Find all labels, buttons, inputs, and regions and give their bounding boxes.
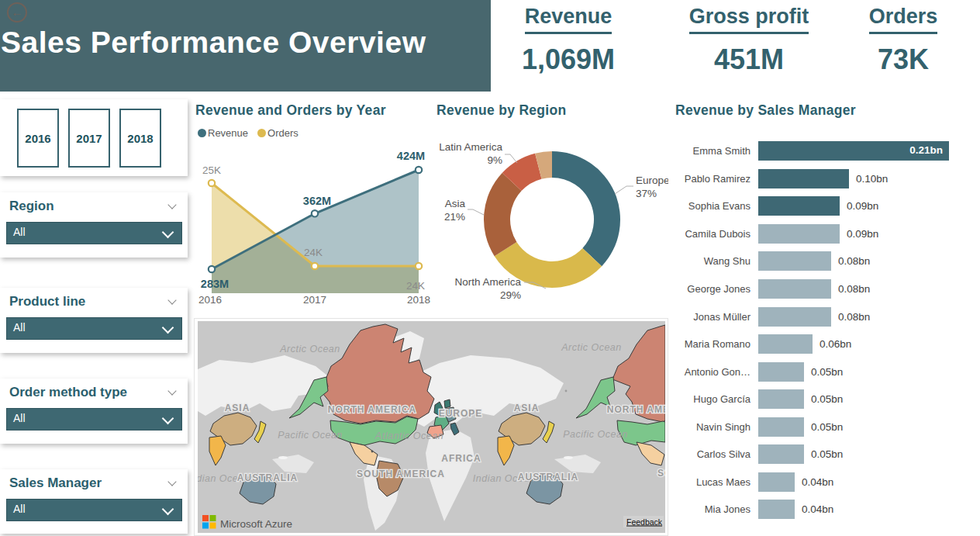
world-map[interactable]: Arctic OceanArctic OceanASIANORTH AMERIC…: [198, 321, 665, 533]
map-country-scandinavia[interactable]: [444, 399, 450, 408]
map-label: Arctic Ocean: [561, 342, 622, 353]
bar-pablo-ramirez[interactable]: [758, 169, 849, 188]
kpi-value: 451M: [681, 43, 817, 76]
callout-line: [468, 209, 484, 215]
dropdown-value: All: [13, 321, 26, 334]
callout-line: [615, 186, 633, 194]
bar-value-label: 0.04bn: [802, 476, 833, 488]
bar-lucas-maes[interactable]: [758, 472, 795, 492]
map-label: SOUTH AMERICA: [657, 468, 665, 479]
bar-value-label: 0.08bn: [838, 283, 870, 295]
year-button-2018[interactable]: 2018: [119, 109, 161, 168]
year-slicer-card: 201620172018: [0, 99, 188, 176]
map-label: AUSTRALIA: [237, 472, 298, 483]
bar-row: Jonas Müller0.08bn: [671, 303, 980, 330]
slicer-dropdown[interactable]: All: [6, 317, 182, 340]
bar-value-label: 0.05bn: [811, 393, 843, 405]
bar-emma-smith[interactable]: 0.21bn: [758, 141, 949, 161]
bar-row: Emma Smith0.21bn: [671, 137, 980, 165]
map-label: Atlantic Ocean: [374, 431, 443, 441]
chevron-down-icon: [162, 503, 174, 516]
donut-label-name: Latin America: [439, 141, 502, 153]
bar-hugo-garc-a[interactable]: [758, 389, 804, 409]
bar-row: Navin Singh0.05bn: [671, 413, 980, 441]
bar-antonio-gon-[interactable]: [758, 362, 804, 382]
kpi-label[interactable]: Orders: [869, 5, 938, 34]
map-label: NORTH AMERICA: [607, 404, 665, 415]
revenue-data-label: 283M: [201, 278, 229, 290]
slicer-sales-manager: Sales ManagerAll: [0, 469, 188, 534]
bar-value-label: 0.04bn: [802, 503, 833, 515]
x-axis-label: 2018: [407, 294, 430, 306]
bar-row: George Jones0.08bn: [671, 275, 980, 303]
map-label: ASIA: [514, 403, 540, 413]
slicer-title: Order method type: [9, 385, 180, 400]
bar-sophia-evans[interactable]: [758, 196, 840, 216]
slicer-dropdown[interactable]: All: [6, 499, 182, 521]
orders-point[interactable]: [209, 180, 215, 186]
bar-value-label: 0.08bn: [838, 311, 870, 323]
orders-data-label: 25K: [202, 164, 221, 176]
page-title: Sales Performance Overview: [1, 26, 489, 60]
slicer-dropdown[interactable]: All: [6, 222, 182, 244]
bar-row: Lucas Maes0.04bn: [671, 469, 980, 496]
slicer-header: Product line: [9, 294, 180, 311]
bar-category-label: Carlos Silva: [671, 448, 751, 460]
bar-carlos-silva[interactable]: [758, 444, 804, 464]
back-arrow-icon[interactable]: ←: [7, 2, 27, 22]
dropdown-value: All: [13, 412, 26, 424]
bar-category-label: Antonio Gon…: [671, 366, 751, 378]
map-label: NORTH AMERICA: [328, 404, 417, 415]
kpi-revenue: Revenue1,069M: [512, 5, 625, 76]
bar-mia-jones[interactable]: [758, 500, 795, 519]
map-card: Arctic OceanArctic OceanASIANORTH AMERIC…: [194, 318, 668, 536]
donut-label-pct: 37%: [636, 188, 657, 199]
map-label: EUROPE: [439, 408, 483, 419]
bar-george-jones[interactable]: [758, 279, 831, 299]
kpi-value: 1,069M: [512, 43, 625, 76]
header-banner: ← Sales Performance Overview: [0, 0, 491, 92]
bar-row: Pablo Ramirez0.10bn: [671, 165, 980, 193]
orders-point[interactable]: [312, 263, 318, 269]
chevron-down-icon: [162, 227, 174, 239]
slicer-product-line: Product lineAll: [0, 288, 188, 353]
ms-logo-green-square: [210, 515, 216, 521]
orders-data-label: 24K: [406, 280, 425, 292]
bar-row: Camila Dubois0.09bn: [671, 220, 980, 248]
revenue-point[interactable]: [312, 210, 318, 216]
kpi-label[interactable]: Gross profit: [689, 5, 809, 34]
kpi-label[interactable]: Revenue: [525, 5, 612, 34]
donut-slice-europe[interactable]: [552, 151, 620, 266]
bar-row: Wang Shu0.08bn: [671, 247, 980, 275]
bar-value-label: 0.09bn: [847, 228, 878, 240]
bar-row: Antonio Gon…0.05bn: [671, 358, 980, 386]
chevron-down-icon: [162, 413, 174, 425]
bar-maria-romano[interactable]: [758, 334, 813, 354]
map-feedback[interactable]: Feedback: [623, 516, 664, 527]
bar-category-label: Hugo García: [671, 393, 751, 405]
bar-value-label: 0.09bn: [847, 200, 878, 212]
slicer-title: Region: [9, 199, 180, 214]
bar-category-label: Sophia Evans: [671, 200, 751, 212]
bar-category-label: Wang Shu: [671, 255, 751, 267]
bar-value-label: 0.10bn: [856, 173, 888, 185]
bar-wang-shu[interactable]: [758, 251, 831, 271]
map-attribution: Microsoft Azure: [220, 518, 292, 530]
bar-row: Carlos Silva0.05bn: [671, 441, 980, 469]
year-button-2016[interactable]: 2016: [17, 109, 59, 168]
bar-category-label: Navin Singh: [671, 421, 751, 433]
bar-camila-dubois[interactable]: [758, 224, 840, 244]
donut-label-name: North America: [454, 276, 521, 288]
slicer-header: Region: [9, 199, 180, 216]
map-label: AFRICA: [441, 453, 481, 464]
slicer-dropdown[interactable]: All: [6, 408, 182, 431]
donut-label-name: Europe: [636, 175, 668, 186]
year-button-2017[interactable]: 2017: [68, 109, 110, 168]
bar-navin-singh[interactable]: [758, 417, 804, 437]
orders-point[interactable]: [416, 263, 422, 269]
revenue-point[interactable]: [416, 167, 422, 173]
revenue-data-label: 424M: [397, 150, 425, 162]
map-label: ASIA: [225, 403, 250, 413]
bar-jonas-m-ller[interactable]: [758, 307, 831, 327]
revenue-point[interactable]: [209, 266, 215, 272]
